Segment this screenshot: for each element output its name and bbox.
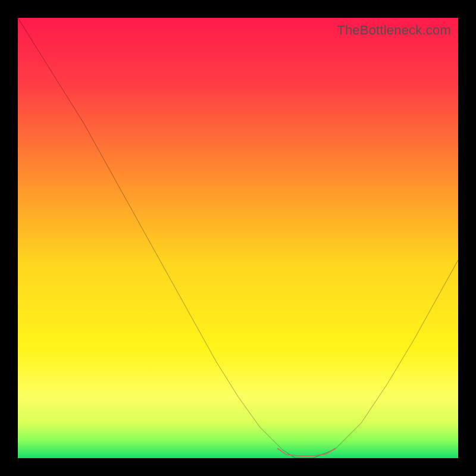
chart-frame: TheBottleneck.com xyxy=(0,0,476,476)
curve-layer xyxy=(18,18,458,458)
bottleneck-curve xyxy=(18,18,458,458)
plot-area: TheBottleneck.com xyxy=(18,18,458,458)
